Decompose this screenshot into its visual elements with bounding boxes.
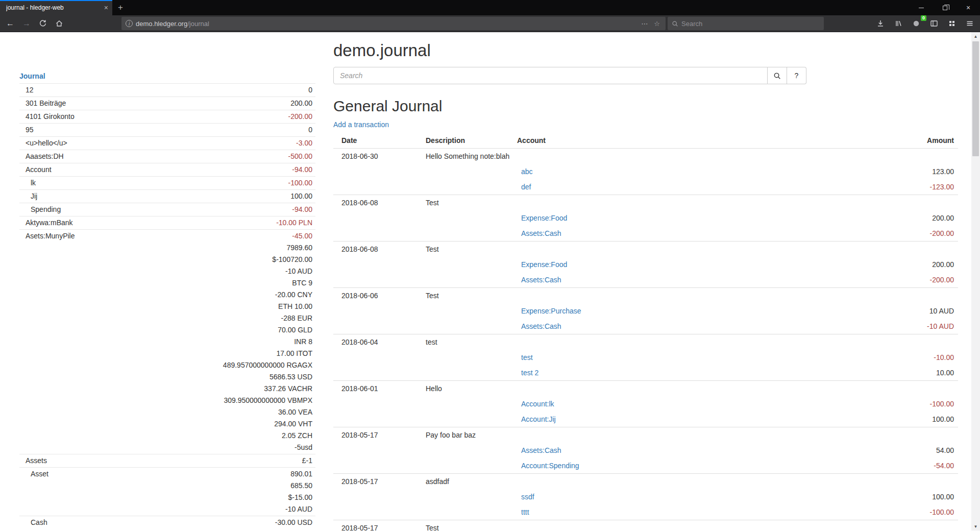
sidebar-account-link[interactable]: Account xyxy=(26,164,52,176)
back-icon[interactable]: ← xyxy=(3,17,17,30)
posting-account-link[interactable]: Assets:Cash xyxy=(521,229,561,237)
sidebar-toggle-icon[interactable] xyxy=(927,17,941,30)
journal-search-button[interactable] xyxy=(768,67,787,84)
sidebar-account-link[interactable]: Asset xyxy=(26,468,48,515)
journal-search-input[interactable] xyxy=(333,67,768,84)
browser-nav-bar: ← → i demo.hledger.org/journal ⋯ ☆ Searc… xyxy=(0,15,980,32)
posting-account-link[interactable]: test xyxy=(521,353,533,361)
forward-icon[interactable]: → xyxy=(19,17,34,30)
posting-account-link[interactable]: tttt xyxy=(521,508,529,516)
bookmark-star-icon[interactable]: ☆ xyxy=(652,20,662,28)
balance-amount: -10 AUD xyxy=(285,503,312,515)
posting-account-link[interactable]: ssdf xyxy=(521,493,534,501)
sidebar-account-link[interactable]: Assets xyxy=(26,455,47,467)
col-header-amount: Amount xyxy=(856,133,958,149)
new-tab-button[interactable]: + xyxy=(112,0,129,15)
url-text: demo.hledger.org/journal xyxy=(136,20,636,28)
posting-account-link[interactable]: Expense:Purchase xyxy=(521,307,581,315)
browser-search-field[interactable]: Search xyxy=(668,17,824,30)
scrollbar-thumb[interactable] xyxy=(972,41,979,156)
search-icon xyxy=(672,20,678,27)
browser-search-placeholder: Search xyxy=(681,20,702,28)
scroll-down-icon[interactable]: ▼ xyxy=(971,522,980,530)
library-icon[interactable] xyxy=(891,17,905,30)
menu-icon[interactable] xyxy=(963,17,977,30)
add-transaction-link[interactable]: Add a transaction xyxy=(333,120,389,129)
sidebar-account-link[interactable]: 95 xyxy=(26,124,34,136)
sidebar-account-row: Jij100.00 xyxy=(19,189,315,203)
sidebar-account-link[interactable]: lk xyxy=(26,177,36,189)
posting-account-link[interactable]: Assets:Cash xyxy=(521,322,561,330)
posting-account-link[interactable]: Expense:Food xyxy=(521,214,567,222)
transaction-description: Pay foo bar baz xyxy=(422,427,856,443)
transaction-row: 2018-06-30Hello Something note:blah xyxy=(333,149,958,164)
url-bar[interactable]: i demo.hledger.org/journal ⋯ ☆ xyxy=(121,17,666,30)
extension-icon[interactable]: 0 xyxy=(909,17,923,30)
posting-account-link[interactable]: Account:Jij xyxy=(521,415,556,423)
posting-account-link[interactable]: abc xyxy=(521,167,533,176)
sidebar-account-balance: -10.00 PLN xyxy=(276,217,312,229)
posting-amount: 10.00 xyxy=(856,365,958,381)
sidebar-account-link[interactable]: 301 Beiträge xyxy=(26,98,66,109)
balance-amount: £-1 xyxy=(302,455,312,467)
sidebar-account-link[interactable]: Spending xyxy=(26,204,61,215)
sidebar-account-row: Asset890.01685.50$-15.00-10 AUD xyxy=(19,467,315,516)
posting-row: def-123.00 xyxy=(333,179,958,195)
posting-account-link[interactable]: def xyxy=(521,183,531,191)
transaction-date: 2018-06-30 xyxy=(333,149,422,164)
sidebar-account-link[interactable]: Jij xyxy=(26,190,37,202)
grid-icon[interactable] xyxy=(945,17,959,30)
page-actions-icon[interactable]: ⋯ xyxy=(640,20,649,28)
posting-account-link[interactable]: Assets:Cash xyxy=(521,276,561,284)
home-icon[interactable] xyxy=(52,17,66,30)
tab-close-icon[interactable]: × xyxy=(104,4,108,12)
window-minimize-button[interactable] xyxy=(910,0,933,15)
transaction-description: Test xyxy=(422,195,856,211)
sidebar-account-balance: -3.00 xyxy=(296,137,312,149)
window-close-button[interactable]: × xyxy=(957,0,980,15)
browser-tab[interactable]: journal - hledger-web × xyxy=(0,0,112,15)
sidebar-account-link[interactable]: Aaasets:DH xyxy=(26,151,64,162)
scroll-up-icon[interactable]: ▲ xyxy=(971,32,980,40)
journal-table-header: Date Description Account Amount xyxy=(333,133,958,149)
posting-account-link[interactable]: test 2 xyxy=(521,369,538,377)
site-info-icon[interactable]: i xyxy=(126,20,133,27)
sidebar-account-balance: 100.00 xyxy=(290,190,312,202)
extension-badge: 0 xyxy=(921,15,926,21)
posting-row: Assets:Cash54.00 xyxy=(333,443,958,458)
balance-amount: -30.00 USD xyxy=(275,517,312,528)
sidebar-account-link[interactable]: <u>hello</u> xyxy=(26,137,67,149)
posting-account-link[interactable]: Account:lk xyxy=(521,400,554,408)
balance-amount: ETH 10.00 xyxy=(223,301,312,312)
sidebar-account-balance: £-1 xyxy=(302,455,312,467)
downloads-icon[interactable] xyxy=(873,17,888,30)
posting-account-link[interactable]: Account:Spending xyxy=(521,462,579,470)
posting-account-link[interactable]: Expense:Food xyxy=(521,260,567,269)
balance-amount: 0 xyxy=(308,84,312,96)
transaction-description: Test xyxy=(422,242,856,257)
url-domain: demo.hledger.org xyxy=(136,20,187,28)
sidebar-account-link[interactable]: Aktywa:mBank xyxy=(26,217,73,229)
page-title: demo.journal xyxy=(333,41,958,60)
transaction-row: 2018-06-08Test xyxy=(333,242,958,257)
search-icon xyxy=(773,72,781,80)
posting-amount: -100.00 xyxy=(856,396,958,412)
page-scrollbar[interactable]: ▲ ▼ xyxy=(971,32,980,530)
posting-row: Account:Jij100.00 xyxy=(333,412,958,427)
balance-amount: 100.00 xyxy=(290,190,312,202)
reload-icon[interactable] xyxy=(36,17,50,30)
sidebar-account-link[interactable]: Asets:MunyPile xyxy=(26,230,75,453)
sidebar-account-link[interactable]: 12 xyxy=(26,84,34,96)
posting-account-link[interactable]: Assets:Cash xyxy=(521,446,561,454)
sidebar-account-balance: -500.00 xyxy=(288,151,312,162)
toolbar-right-icons: 0 xyxy=(873,17,977,30)
sidebar-journal-link[interactable]: Journal xyxy=(19,70,45,83)
transaction-date: 2018-05-17 xyxy=(333,474,422,490)
sidebar-account-link[interactable]: Cash xyxy=(26,517,47,530)
window-restore-button[interactable] xyxy=(933,0,957,15)
balance-amount: BTC 9 xyxy=(223,277,312,289)
search-help-button[interactable]: ? xyxy=(787,67,806,84)
sidebar-account-link[interactable]: 4101 Girokonto xyxy=(26,111,75,123)
tab-title: journal - hledger-web xyxy=(6,4,100,11)
balance-amount: 2.05 ZCH xyxy=(223,430,312,442)
